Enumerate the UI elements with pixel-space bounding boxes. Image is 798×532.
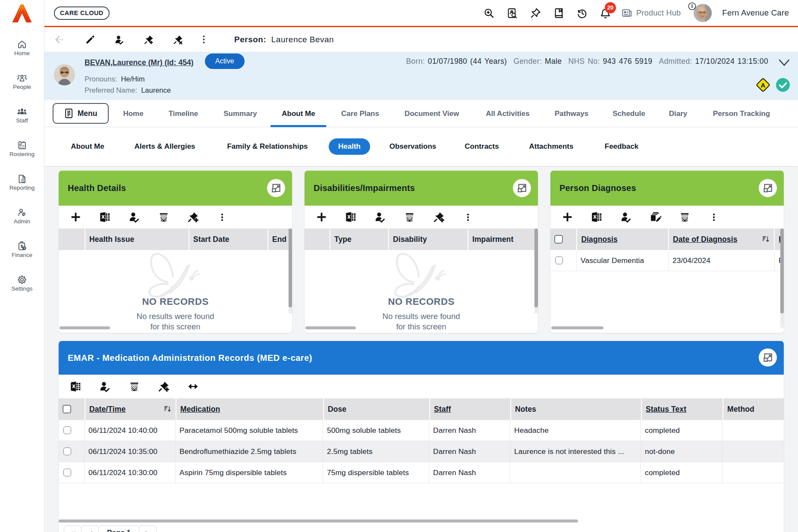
svg-text:A: A (761, 81, 766, 89)
